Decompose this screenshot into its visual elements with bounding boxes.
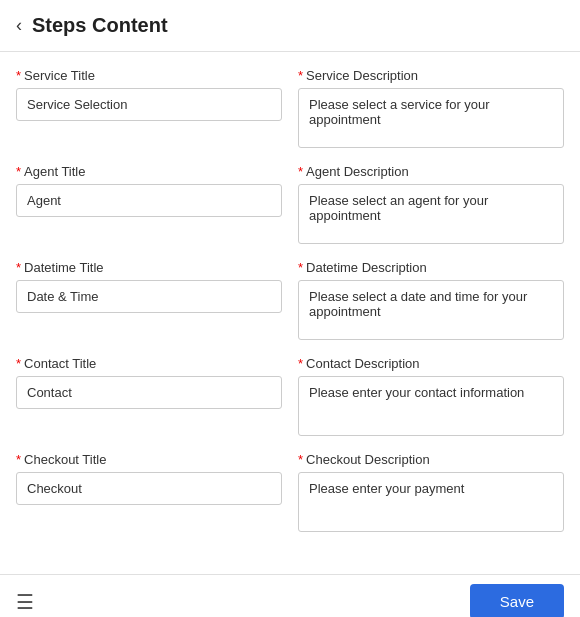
required-star: * <box>16 164 21 179</box>
form-row-service: *Service Title *Service Description Plea… <box>16 68 564 148</box>
page-container: ‹ Steps Content *Service Title *Service … <box>0 0 580 617</box>
form-group-agent-description: *Agent Description Please select an agen… <box>298 164 564 244</box>
content-area: *Service Title *Service Description Plea… <box>0 52 580 617</box>
datetime-title-input[interactable] <box>16 280 282 313</box>
required-star: * <box>298 356 303 371</box>
agent-title-label: *Agent Title <box>16 164 282 179</box>
service-description-input[interactable]: Please select a service for your appoint… <box>298 88 564 148</box>
required-star: * <box>298 452 303 467</box>
agent-description-label: *Agent Description <box>298 164 564 179</box>
required-star: * <box>16 452 21 467</box>
agent-description-input[interactable]: Please select an agent for your appointm… <box>298 184 564 244</box>
form-row-contact: *Contact Title *Contact Description Plea… <box>16 356 564 436</box>
required-star: * <box>16 68 21 83</box>
service-title-label: *Service Title <box>16 68 282 83</box>
form-group-checkout-description: *Checkout Description Please enter your … <box>298 452 564 532</box>
required-star: * <box>16 356 21 371</box>
form-group-service-description: *Service Description Please select a ser… <box>298 68 564 148</box>
form-row-checkout: *Checkout Title *Checkout Description Pl… <box>16 452 564 532</box>
datetime-description-input[interactable]: Please select a date and time for your a… <box>298 280 564 340</box>
form-group-service-title: *Service Title <box>16 68 282 148</box>
contact-title-label: *Contact Title <box>16 356 282 371</box>
checkout-description-label: *Checkout Description <box>298 452 564 467</box>
required-star: * <box>16 260 21 275</box>
checkout-title-label: *Checkout Title <box>16 452 282 467</box>
form-group-agent-title: *Agent Title <box>16 164 282 244</box>
contact-title-input[interactable] <box>16 376 282 409</box>
contact-description-label: *Contact Description <box>298 356 564 371</box>
contact-description-input[interactable]: Please enter your contact information <box>298 376 564 436</box>
form-row-datetime: *Datetime Title *Datetime Description Pl… <box>16 260 564 340</box>
service-description-label: *Service Description <box>298 68 564 83</box>
header: ‹ Steps Content <box>0 0 580 52</box>
save-button[interactable]: Save <box>470 584 564 617</box>
back-icon[interactable]: ‹ <box>16 15 22 36</box>
form-group-datetime-description: *Datetime Description Please select a da… <box>298 260 564 340</box>
menu-icon[interactable]: ☰ <box>16 590 34 614</box>
required-star: * <box>298 260 303 275</box>
form-group-contact-title: *Contact Title <box>16 356 282 436</box>
form-group-contact-description: *Contact Description Please enter your c… <box>298 356 564 436</box>
page-title: Steps Content <box>32 14 168 37</box>
checkout-title-input[interactable] <box>16 472 282 505</box>
required-star: * <box>298 68 303 83</box>
agent-title-input[interactable] <box>16 184 282 217</box>
form-group-checkout-title: *Checkout Title <box>16 452 282 532</box>
form-group-datetime-title: *Datetime Title <box>16 260 282 340</box>
form-row-agent: *Agent Title *Agent Description Please s… <box>16 164 564 244</box>
datetime-description-label: *Datetime Description <box>298 260 564 275</box>
datetime-title-label: *Datetime Title <box>16 260 282 275</box>
checkout-description-input[interactable]: Please enter your payment <box>298 472 564 532</box>
footer: ☰ Save <box>0 574 580 617</box>
required-star: * <box>298 164 303 179</box>
service-title-input[interactable] <box>16 88 282 121</box>
